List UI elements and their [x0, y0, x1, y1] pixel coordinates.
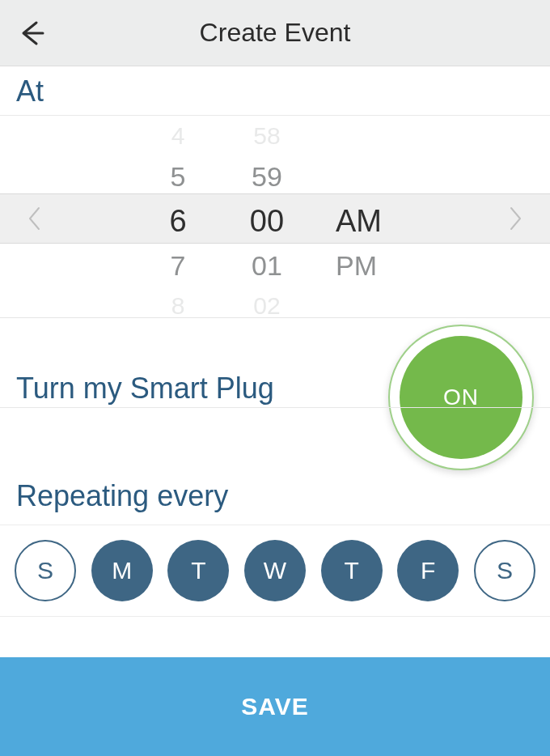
plug-state-text: ON — [443, 384, 479, 410]
picker-row-selected: 6 00 AM — [0, 197, 550, 245]
smart-plug-label: Turn my Smart Plug — [16, 372, 274, 406]
day-thursday[interactable]: T — [321, 540, 383, 601]
day-sunday[interactable]: S — [15, 540, 76, 601]
hour-selected[interactable]: 6 — [133, 204, 222, 239]
plug-state-toggle[interactable]: ON — [388, 325, 534, 470]
back-arrow-icon — [19, 19, 46, 47]
picker-row-below: 7 01 PM — [0, 245, 550, 286]
time-picker[interactable]: 4 58 5 59 6 00 AM 7 01 PM 8 02 — [0, 115, 550, 317]
chevron-left-icon — [28, 206, 42, 231]
save-button-label: SAVE — [241, 693, 308, 720]
ampm-below: PM — [311, 250, 408, 282]
ampm-selected[interactable]: AM — [311, 204, 408, 239]
picker-row-far-below: 8 02 — [0, 286, 550, 326]
hour-above: 5 — [133, 161, 222, 193]
create-event-screen: Create Event At 4 58 5 59 — [0, 0, 550, 756]
day-tuesday[interactable]: T — [167, 540, 229, 601]
smart-plug-section: Turn my Smart Plug ON — [0, 317, 550, 471]
at-heading: At — [0, 66, 550, 115]
minute-far-above: 58 — [222, 122, 311, 150]
picker-rows: 4 58 5 59 6 00 AM 7 01 PM 8 02 — [0, 116, 550, 326]
picker-row-above: 5 59 — [0, 156, 550, 197]
day-saturday[interactable]: S — [474, 540, 535, 601]
minute-above: 59 — [222, 161, 311, 193]
hour-far-above: 4 — [133, 122, 222, 150]
header-bar: Create Event — [0, 0, 550, 66]
day-friday[interactable]: F — [397, 540, 459, 601]
minute-selected[interactable]: 00 — [222, 204, 311, 239]
hour-far-below: 8 — [133, 292, 222, 320]
chevron-right-icon — [508, 206, 522, 231]
save-button[interactable]: SAVE — [0, 657, 550, 756]
back-button[interactable] — [15, 15, 50, 51]
page-title: Create Event — [200, 18, 351, 48]
plug-state-inner: ON — [400, 336, 522, 459]
picker-prev-button[interactable] — [23, 206, 47, 231]
day-monday[interactable]: M — [91, 540, 153, 601]
repeat-section: Repeating every S M T W T F S — [0, 471, 550, 617]
minute-below: 01 — [222, 250, 311, 282]
minute-far-below: 02 — [222, 292, 311, 320]
picker-next-button[interactable] — [503, 206, 527, 231]
days-row: S M T W T F S — [0, 525, 550, 617]
hour-below: 7 — [133, 250, 222, 282]
picker-row-far-above: 4 58 — [0, 116, 550, 156]
day-wednesday[interactable]: W — [244, 540, 306, 601]
repeat-heading: Repeating every — [0, 478, 550, 520]
